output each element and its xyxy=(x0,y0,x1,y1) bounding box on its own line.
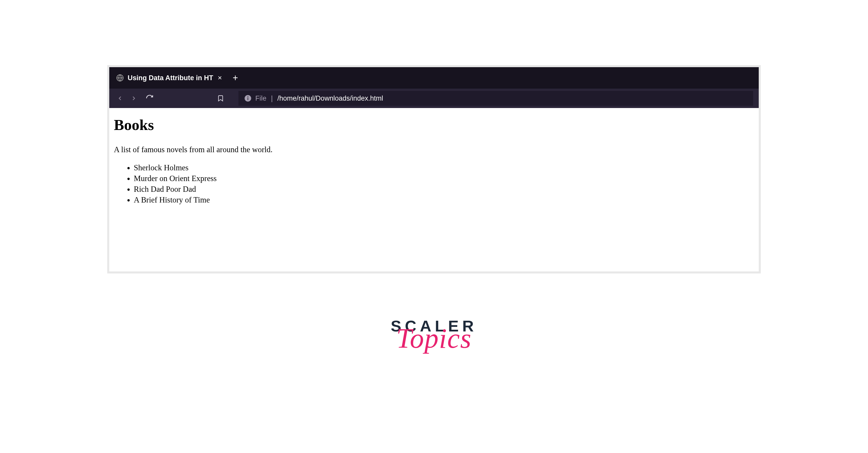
close-tab-button[interactable]: × xyxy=(218,74,222,82)
page-heading: Books xyxy=(114,116,754,134)
reload-button[interactable] xyxy=(145,93,155,103)
url-path: /home/rahul/Downloads/index.html xyxy=(278,94,383,102)
browser-toolbar: File | /home/rahul/Downloads/index.html xyxy=(109,89,759,108)
address-bar[interactable]: File | /home/rahul/Downloads/index.html xyxy=(239,91,753,106)
tab-title: Using Data Attribute in HT xyxy=(128,74,213,82)
list-item: Sherlock Holmes xyxy=(134,162,754,173)
page-content: Books A list of famous novels from all a… xyxy=(109,108,759,271)
browser-tab-bar: Using Data Attribute in HT × + xyxy=(109,67,759,89)
forward-button[interactable] xyxy=(129,93,139,103)
info-icon xyxy=(244,94,252,102)
book-list: Sherlock Holmes Murder on Orient Express… xyxy=(114,162,754,205)
globe-icon xyxy=(116,74,124,82)
browser-tab[interactable]: Using Data Attribute in HT × xyxy=(111,69,226,87)
new-tab-button[interactable]: + xyxy=(226,72,244,83)
back-button[interactable] xyxy=(115,93,125,103)
list-item: Rich Dad Poor Dad xyxy=(134,184,754,194)
page-description: A list of famous novels from all around … xyxy=(114,145,754,154)
url-protocol: File xyxy=(255,94,267,102)
url-separator: | xyxy=(271,94,273,102)
bookmark-button[interactable] xyxy=(215,93,226,103)
svg-rect-3 xyxy=(248,98,248,100)
scaler-logo: SCALER Topics xyxy=(391,317,477,351)
list-item: A Brief History of Time xyxy=(134,194,754,205)
svg-point-4 xyxy=(247,96,248,97)
list-item: Murder on Orient Express xyxy=(134,173,754,184)
logo-subtitle-text: Topics xyxy=(391,326,477,351)
browser-window: Using Data Attribute in HT × + xyxy=(107,65,761,273)
